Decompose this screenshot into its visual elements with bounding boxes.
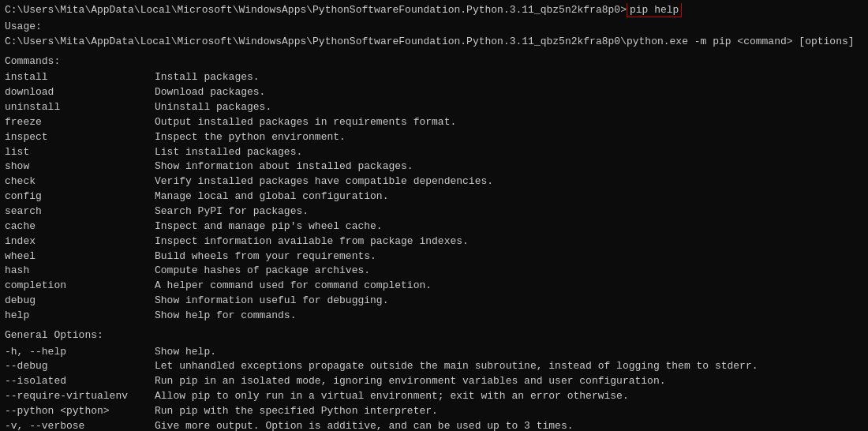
command-name: uninstall: [5, 100, 155, 115]
command-desc: Uninstall packages.: [155, 100, 271, 115]
path-prefix: C:\Users\Mita\AppData\Local\Microsoft\Wi…: [5, 4, 627, 16]
option-name: -h, --help: [5, 345, 155, 360]
table-row: listList installed packages.: [5, 145, 863, 160]
table-row: searchSearch PyPI for packages.: [5, 204, 863, 219]
option-name: --isolated: [5, 374, 155, 389]
command-desc: Search PyPI for packages.: [155, 204, 309, 219]
command-name: search: [5, 204, 155, 219]
command-name: index: [5, 234, 155, 249]
command-desc: Manage local and global configuration.: [155, 189, 388, 204]
command-name: hash: [5, 264, 155, 279]
option-name: --debug: [5, 359, 155, 374]
command-name: install: [5, 70, 155, 85]
table-row: --python <python>Run pip with the specif…: [5, 404, 863, 419]
command-desc: List installed packages.: [155, 145, 302, 160]
table-row: debugShow information useful for debuggi…: [5, 294, 863, 309]
table-row: uninstallUninstall packages.: [5, 100, 863, 115]
option-name: --python <python>: [5, 404, 155, 419]
command-desc: Build wheels from your requirements.: [155, 249, 376, 264]
table-row: --isolatedRun pip in an isolated mode, i…: [5, 374, 863, 389]
command-desc: Install packages.: [155, 70, 260, 85]
options-section: General Options: -h, --helpShow help. --…: [5, 328, 863, 431]
commands-section: Commands: installInstall packages. downl…: [5, 54, 863, 324]
command-name: completion: [5, 279, 155, 294]
option-name: -v, --verbose: [5, 419, 155, 431]
table-row: checkVerify installed packages have comp…: [5, 174, 863, 189]
table-row: cacheInspect and manage pip's wheel cach…: [5, 219, 863, 234]
command-name: cache: [5, 219, 155, 234]
table-row: showShow information about installed pac…: [5, 159, 863, 174]
general-options-header: General Options:: [5, 328, 863, 343]
command-name: config: [5, 189, 155, 204]
table-row: --require-virtualenvAllow pip to only ru…: [5, 389, 863, 404]
command-desc: Inspect and manage pip's wheel cache.: [155, 219, 383, 234]
option-desc: Show help.: [155, 345, 216, 360]
table-row: indexInspect information available from …: [5, 234, 863, 249]
command-name: list: [5, 145, 155, 160]
table-row: inspectInspect the python environment.: [5, 130, 863, 145]
command-name: download: [5, 85, 155, 100]
table-row: --debugLet unhandled exceptions propagat…: [5, 359, 863, 374]
option-desc: Allow pip to only run in a virtual envir…: [155, 389, 629, 404]
command-name: inspect: [5, 130, 155, 145]
command-name: check: [5, 174, 155, 189]
command-name: debug: [5, 294, 155, 309]
option-name: --require-virtualenv: [5, 389, 155, 404]
table-row: installInstall packages.: [5, 70, 863, 85]
option-desc: Run pip with the specified Python interp…: [155, 404, 438, 419]
command-desc: A helper command used for command comple…: [155, 279, 432, 294]
command-desc: Show information useful for debugging.: [155, 294, 388, 309]
table-row: wheelBuild wheels from your requirements…: [5, 249, 863, 264]
command-name: help: [5, 309, 155, 324]
option-desc: Let unhandled exceptions propagate outsi…: [155, 359, 758, 374]
commands-header: Commands:: [5, 54, 863, 69]
usage-label: Usage:: [5, 20, 863, 35]
terminal-window: C:\Users\Mita\AppData\Local\Microsoft\Wi…: [5, 3, 863, 431]
pip-help-command: pip help: [627, 3, 682, 17]
command-desc: Show help for commands.: [155, 309, 296, 324]
command-desc: Verify installed packages have compatibl…: [155, 174, 493, 189]
table-row: -v, --verboseGive more output. Option is…: [5, 419, 863, 431]
option-desc: Give more output. Option is additive, an…: [155, 419, 574, 431]
command-desc: Compute hashes of package archives.: [155, 264, 370, 279]
command-name: freeze: [5, 115, 155, 130]
command-desc: Inspect the python environment.: [155, 130, 346, 145]
table-row: configManage local and global configurat…: [5, 189, 863, 204]
command-desc: Output installed packages in requirement…: [155, 115, 456, 130]
table-row: hashCompute hashes of package archives.: [5, 264, 863, 279]
options-list: -h, --helpShow help. --debugLet unhandle…: [5, 345, 863, 431]
command-desc: Download packages.: [155, 85, 265, 100]
table-row: -h, --helpShow help.: [5, 345, 863, 360]
usage-section: Usage: C:\Users\Mita\AppData\Local\Micro…: [5, 20, 863, 50]
table-row: completionA helper command used for comm…: [5, 279, 863, 294]
table-row: downloadDownload packages.: [5, 85, 863, 100]
command-name: wheel: [5, 249, 155, 264]
option-desc: Run pip in an isolated mode, ignoring en…: [155, 374, 666, 389]
command-name: show: [5, 159, 155, 174]
command-desc: Show information about installed package…: [155, 159, 413, 174]
commands-list: installInstall packages. downloadDownloa…: [5, 70, 863, 323]
table-row: freezeOutput installed packages in requi…: [5, 115, 863, 130]
usage-line: C:\Users\Mita\AppData\Local\Microsoft\Wi…: [5, 35, 863, 50]
title-bar: C:\Users\Mita\AppData\Local\Microsoft\Wi…: [5, 3, 863, 18]
command-desc: Inspect information available from packa…: [155, 234, 469, 249]
table-row: helpShow help for commands.: [5, 309, 863, 324]
